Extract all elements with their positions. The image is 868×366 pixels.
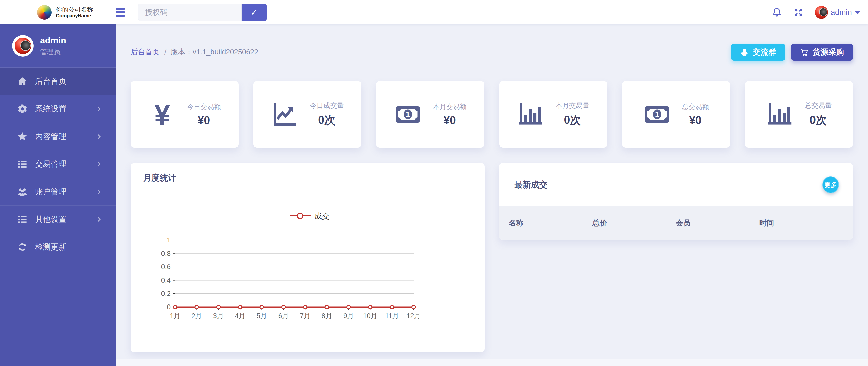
stat-card-month-volume: 本月交易量 0次 <box>499 81 607 147</box>
company-logo-icon <box>37 5 52 20</box>
chat-group-button[interactable]: 交流群 <box>731 44 785 61</box>
svg-text:9月: 9月 <box>343 312 354 320</box>
latest-table-header: 名称 总价 会员 时间 <box>499 206 853 240</box>
chevron-right-icon <box>95 161 102 168</box>
version-text: 版本：v1.1_build20250622 <box>171 47 258 57</box>
sidebar-item-label: 其他设置 <box>35 214 66 225</box>
sidebar-item-label: 账户管理 <box>35 187 66 197</box>
sidebar-user-role: 管理员 <box>40 47 66 57</box>
sidebar-item-content-management[interactable]: 内容管理 <box>0 123 116 151</box>
refresh-icon <box>17 242 28 252</box>
company-name-en: CompanyName <box>56 13 93 19</box>
column-header-time: 时间 <box>760 218 843 228</box>
breadcrumb: 后台首页 / 版本：v1.1_build20250622 <box>131 47 258 57</box>
license-code-input[interactable] <box>138 3 242 21</box>
stat-label: 今日交易额 <box>187 102 221 111</box>
bell-icon[interactable] <box>772 7 782 18</box>
company-name: 你的公司名称 <box>56 6 93 13</box>
svg-text:10月: 10月 <box>363 312 377 320</box>
sidebar-item-label: 内容管理 <box>35 131 66 142</box>
purchase-label: 货源采购 <box>813 47 844 58</box>
sidebar-item-check-update[interactable]: 检测更新 <box>0 233 116 261</box>
svg-text:7月: 7月 <box>300 312 310 320</box>
list-icon <box>17 159 28 169</box>
stat-label: 今日成交量 <box>310 101 344 110</box>
breadcrumb-home-link[interactable]: 后台首页 <box>131 47 160 57</box>
sidebar-item-label: 后台首页 <box>35 76 66 87</box>
stat-value: 0次 <box>810 113 827 128</box>
chevron-right-icon <box>95 188 102 195</box>
svg-text:0.4: 0.4 <box>161 277 170 284</box>
svg-text:5月: 5月 <box>256 312 267 320</box>
svg-text:0.2: 0.2 <box>161 290 170 297</box>
chevron-down-icon <box>855 11 861 14</box>
stat-value: 0次 <box>564 113 581 128</box>
stat-card-today-amount: ¥ 今日交易额 ¥0 <box>131 81 239 147</box>
svg-text:6月: 6月 <box>278 312 289 320</box>
svg-text:¥: ¥ <box>154 101 170 128</box>
hamburger-menu-icon[interactable] <box>116 8 127 16</box>
yen-icon: ¥ <box>149 101 176 128</box>
svg-text:1: 1 <box>167 236 170 244</box>
sidebar-item-dashboard[interactable]: 后台首页 <box>0 68 116 95</box>
sidebar-menu: 后台首页 系统设置 内容管理 交易管理 <box>0 68 116 261</box>
gear-icon <box>17 104 28 114</box>
list-icon <box>17 214 28 225</box>
trend-line-icon <box>271 101 299 128</box>
bar-chart-icon <box>517 101 545 128</box>
avatar <box>815 6 828 19</box>
money-bill-icon: 1 <box>643 101 671 128</box>
column-header-member: 会员 <box>676 218 760 228</box>
stat-value: ¥0 <box>443 114 456 127</box>
stat-card-total-volume: 总交易量 0次 <box>745 81 853 147</box>
svg-text:0.6: 0.6 <box>161 263 170 271</box>
column-header-name: 名称 <box>509 218 592 228</box>
svg-text:1: 1 <box>406 110 410 119</box>
purchase-button[interactable]: 货源采购 <box>791 44 853 61</box>
sidebar-item-system-settings[interactable]: 系统设置 <box>0 95 116 123</box>
svg-text:成交: 成交 <box>314 212 330 220</box>
stat-value: 0次 <box>318 113 335 128</box>
svg-text:0: 0 <box>167 303 170 311</box>
footer-strip <box>116 359 868 366</box>
main-content: 后台首页 / 版本：v1.1_build20250622 交流群 货源采购 <box>116 24 868 366</box>
monthly-stats-panel: 月度统计 成交00.20.40.60.811月2月3月4月5月6月7月8月9月1… <box>131 163 485 352</box>
fullscreen-icon[interactable] <box>794 7 803 17</box>
svg-text:1: 1 <box>655 110 659 119</box>
more-badge[interactable]: 更多 <box>822 176 839 193</box>
user-menu[interactable]: admin <box>815 6 861 19</box>
panel-title: 月度统计 <box>143 172 176 184</box>
sidebar-item-other-settings[interactable]: 其他设置 <box>0 206 116 233</box>
stat-label: 总交易额 <box>682 102 709 111</box>
svg-text:1月: 1月 <box>170 312 180 320</box>
money-bill-icon: 1 <box>394 101 422 128</box>
sidebar-username: admin <box>40 35 66 45</box>
sidebar: admin 管理员 后台首页 系统设置 内容管理 <box>0 24 116 366</box>
home-icon <box>17 76 28 87</box>
chevron-right-icon <box>95 216 102 223</box>
check-icon: ✓ <box>250 7 258 18</box>
column-header-price: 总价 <box>592 218 676 228</box>
sidebar-user-card: admin 管理员 <box>0 24 116 68</box>
sidebar-item-label: 交易管理 <box>35 159 66 169</box>
chat-group-label: 交流群 <box>753 47 776 58</box>
license-submit-button[interactable]: ✓ <box>242 3 267 21</box>
svg-text:8月: 8月 <box>322 312 332 320</box>
company-logo[interactable]: 你的公司名称 CompanyName <box>0 0 116 24</box>
bar-chart-icon <box>766 101 794 128</box>
license-search-group: ✓ <box>138 3 267 21</box>
chevron-right-icon <box>95 105 102 112</box>
star-icon <box>17 131 28 142</box>
sidebar-item-trade-management[interactable]: 交易管理 <box>0 151 116 178</box>
svg-text:12月: 12月 <box>406 312 421 320</box>
stat-label: 总交易量 <box>805 101 832 110</box>
svg-text:4月: 4月 <box>235 312 245 320</box>
stat-card-total-amount: 1 总交易额 ¥0 <box>622 81 730 147</box>
stat-card-today-volume: 今日成交量 0次 <box>253 81 362 147</box>
avatar <box>12 35 34 57</box>
chevron-right-icon <box>95 133 102 140</box>
sidebar-item-label: 系统设置 <box>35 104 66 114</box>
latest-deals-panel: 最新成交 更多 名称 总价 会员 时间 <box>499 163 853 240</box>
sidebar-item-account-management[interactable]: 账户管理 <box>0 178 116 206</box>
username: admin <box>831 8 852 17</box>
